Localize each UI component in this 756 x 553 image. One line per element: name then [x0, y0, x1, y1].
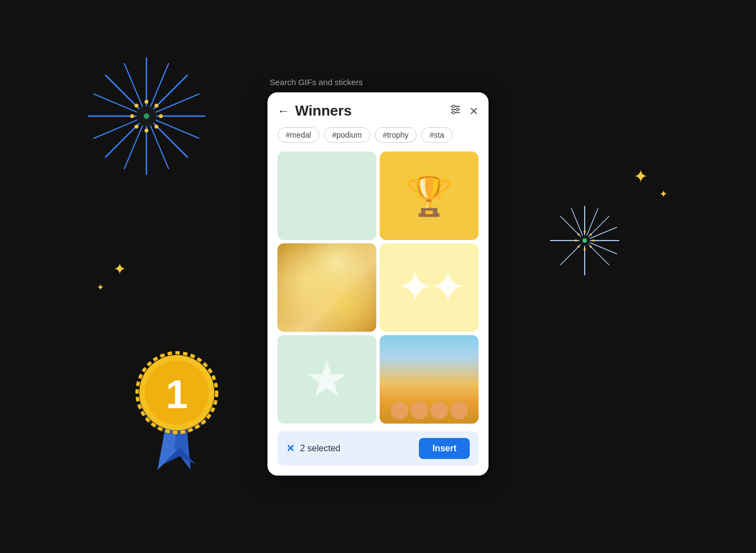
- face-3: [431, 401, 448, 419]
- face-2: [411, 401, 428, 419]
- gif-cell-trophy[interactable]: 🏆: [380, 152, 479, 240]
- gif-cell-gold-bokeh[interactable]: [277, 243, 376, 332]
- selected-left: ✕ 2 selected: [286, 442, 340, 455]
- svg-point-40: [590, 233, 592, 236]
- sparkle-left-large: ✦: [113, 260, 126, 278]
- svg-point-18: [155, 104, 159, 108]
- medal-badge-decoration: 1: [122, 337, 243, 476]
- svg-point-21: [145, 129, 149, 133]
- gif-cell-team[interactable]: [380, 335, 479, 424]
- main-panel: ← Winners ✕: [267, 92, 489, 476]
- gif-cell-mint[interactable]: [277, 152, 376, 240]
- svg-point-46: [578, 233, 580, 236]
- svg-point-47: [582, 238, 587, 243]
- svg-point-45: [575, 239, 577, 242]
- star-shape: ★: [305, 354, 349, 404]
- tag-medal[interactable]: #medal: [277, 127, 319, 143]
- svg-point-59: [452, 105, 455, 108]
- svg-point-60: [456, 108, 459, 111]
- sparkle-right-large: ✦: [633, 166, 648, 187]
- svg-point-25: [144, 113, 149, 119]
- svg-point-20: [155, 125, 159, 129]
- selected-count-label: 2 selected: [300, 444, 340, 453]
- sparkle-left-small: ✦: [97, 282, 104, 293]
- filter-icon[interactable]: [449, 103, 461, 118]
- tags-row: #medal #podium #trophy #sta: [277, 127, 479, 143]
- tag-trophy[interactable]: #trophy: [375, 127, 417, 143]
- svg-point-61: [452, 111, 455, 114]
- insert-button[interactable]: Insert: [419, 438, 470, 459]
- sparkle-shape: ✦✦: [397, 265, 462, 310]
- trophy-icon: 🏆: [405, 176, 453, 215]
- title-left: ← Winners: [277, 102, 351, 119]
- gif-cell-sparkles[interactable]: ✦✦: [380, 243, 479, 332]
- svg-point-42: [590, 246, 592, 248]
- title-right: ✕: [449, 103, 479, 118]
- gif-grid: 🏆 ✦✦ ★: [267, 152, 489, 424]
- svg-point-17: [145, 100, 149, 104]
- svg-point-19: [159, 114, 163, 118]
- svg-point-43: [584, 248, 586, 251]
- svg-point-41: [592, 239, 595, 242]
- team-photo: [380, 335, 479, 424]
- gif-cell-star[interactable]: ★: [277, 335, 376, 424]
- svg-point-39: [584, 231, 586, 233]
- panel-wrapper: Search GIFs and stickers ← Winners: [267, 77, 489, 476]
- svg-point-24: [135, 104, 139, 108]
- tag-podium[interactable]: #podium: [324, 127, 370, 143]
- svg-point-23: [130, 114, 134, 118]
- bottom-bar: ✕ 2 selected Insert: [277, 431, 479, 466]
- svg-point-22: [135, 125, 139, 129]
- search-label: Search GIFs and stickers: [270, 77, 363, 87]
- light-starburst-decoration: [549, 205, 621, 276]
- bokeh-overlay: [277, 243, 376, 332]
- tag-sta[interactable]: #sta: [421, 127, 452, 143]
- team-faces: [380, 401, 479, 424]
- page-title: Winners: [295, 102, 351, 119]
- close-icon[interactable]: ✕: [469, 105, 479, 118]
- panel-header: ← Winners ✕: [267, 92, 489, 152]
- svg-text:1: 1: [166, 372, 188, 416]
- clear-selection-button[interactable]: ✕: [286, 442, 295, 455]
- back-button[interactable]: ←: [277, 105, 290, 117]
- face-4: [450, 401, 468, 419]
- blue-starburst-decoration: [86, 55, 207, 177]
- title-row: ← Winners ✕: [277, 102, 479, 119]
- face-1: [391, 401, 408, 419]
- svg-point-44: [578, 246, 580, 248]
- sparkle-right-small: ✦: [659, 188, 668, 200]
